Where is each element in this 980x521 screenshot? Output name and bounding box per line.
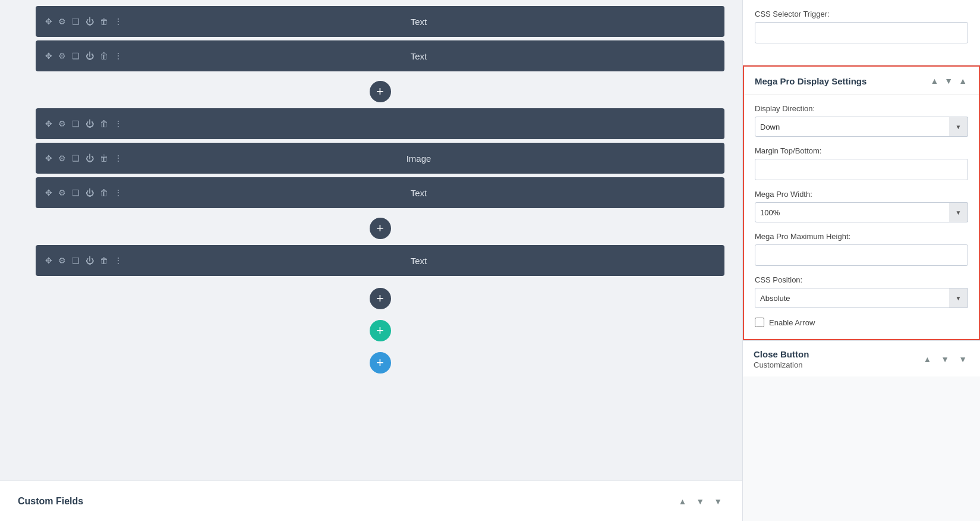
close-button-up-icon[interactable]: ▲ [921, 353, 934, 365]
duplicate-icon[interactable]: ❑ [72, 256, 80, 265]
gear-icon[interactable]: ⚙ [58, 17, 66, 26]
custom-fields-title: Custom Fields [18, 496, 676, 507]
power-icon[interactable]: ⏻ [86, 17, 94, 26]
block-image-1: ✥ ⚙ ❑ ⏻ 🗑 ⋮ [36, 108, 724, 139]
close-button-collapse-icon[interactable]: ▼ [956, 353, 969, 365]
more-icon[interactable]: ⋮ [114, 256, 122, 265]
display-direction-select[interactable]: Down Up Left Right [755, 117, 968, 137]
move-icon[interactable]: ✥ [45, 17, 52, 26]
block-image-2: ✥ ⚙ ❑ ⏻ 🗑 ⋮ Text [36, 245, 724, 276]
block-label-5: Text [122, 188, 715, 198]
enable-arrow-label: Enable Arrow [769, 318, 815, 327]
block-text-4: ✥ ⚙ ❑ ⏻ 🗑 ⋮ Text [36, 177, 724, 208]
power-icon[interactable]: ⏻ [86, 51, 94, 61]
more-icon[interactable]: ⋮ [114, 119, 122, 128]
delete-icon[interactable]: 🗑 [100, 51, 108, 61]
move-icon[interactable]: ✥ [45, 153, 52, 163]
block-label-6: Text [122, 256, 715, 266]
mega-pro-collapse-icon[interactable]: ▲ [957, 75, 968, 87]
power-icon[interactable]: ⏻ [86, 119, 94, 128]
css-selector-section: CSS Selector Trigger: [743, 0, 980, 65]
move-icon[interactable]: ✥ [45, 188, 52, 197]
css-selector-input[interactable] [755, 22, 968, 43]
custom-fields-up-icon[interactable]: ▲ [676, 495, 689, 507]
display-direction-label: Display Direction: [755, 104, 968, 113]
add-button-bottom-blue[interactable]: + [370, 352, 391, 374]
mega-pro-max-height-group: Mega Pro Maximum Height: [755, 232, 968, 266]
add-button-bottom-teal[interactable]: + [370, 320, 391, 341]
close-button-header: Close Button Customization ▲ ▼ ▼ [743, 341, 980, 376]
mega-pro-max-height-input[interactable] [755, 244, 968, 266]
css-position-group: CSS Position: Absolute Relative Fixed St… [755, 275, 968, 308]
duplicate-icon[interactable]: ❑ [72, 17, 80, 26]
close-button-down-icon[interactable]: ▼ [938, 353, 951, 365]
add-button-bottom-dark[interactable]: + [370, 288, 391, 309]
gear-icon[interactable]: ⚙ [58, 51, 66, 61]
mega-pro-title: Mega Pro Display Settings [755, 76, 929, 86]
display-direction-group: Display Direction: Down Up Left Right ▼ [755, 104, 968, 137]
block-text-2: ✥ ⚙ ❑ ⏻ 🗑 ⋮ Text [36, 40, 724, 71]
margin-top-bottom-input[interactable] [755, 159, 968, 180]
gear-icon[interactable]: ⚙ [58, 153, 66, 163]
power-icon[interactable]: ⏻ [86, 256, 94, 265]
block-text-3: ✥ ⚙ ❑ ⏻ 🗑 ⋮ Image [36, 143, 724, 174]
delete-icon[interactable]: 🗑 [100, 119, 108, 128]
gear-icon[interactable]: ⚙ [58, 119, 66, 128]
custom-fields-down-icon[interactable]: ▼ [694, 495, 707, 507]
close-button-subtitle: Customization [754, 360, 802, 369]
mega-pro-body: Display Direction: Down Up Left Right ▼ … [744, 95, 979, 339]
right-panel: CSS Selector Trigger: Mega Pro Display S… [742, 0, 980, 521]
duplicate-icon[interactable]: ❑ [72, 119, 80, 128]
margin-top-bottom-label: Margin Top/Bottom: [755, 146, 968, 155]
move-icon[interactable]: ✥ [45, 51, 52, 61]
css-position-select[interactable]: Absolute Relative Fixed Static [755, 288, 968, 308]
add-button-2[interactable]: + [370, 218, 391, 239]
margin-top-bottom-group: Margin Top/Bottom: [755, 146, 968, 180]
more-icon[interactable]: ⋮ [114, 153, 122, 163]
delete-icon[interactable]: 🗑 [100, 188, 108, 197]
power-icon[interactable]: ⏻ [86, 153, 94, 163]
block-icons-3: ✥ ⚙ ❑ ⏻ 🗑 ⋮ [45, 119, 122, 128]
custom-fields-bar: Custom Fields ▲ ▼ ▼ [0, 481, 742, 521]
block-icons-6: ✥ ⚙ ❑ ⏻ 🗑 ⋮ [45, 256, 122, 265]
block-label-4: Image [122, 153, 715, 164]
block-label-2: Text [122, 51, 715, 61]
power-icon[interactable]: ⏻ [86, 188, 94, 197]
more-icon[interactable]: ⋮ [114, 188, 122, 197]
delete-icon[interactable]: 🗑 [100, 17, 108, 26]
mega-pro-section: Mega Pro Display Settings ▲ ▼ ▲ Display … [743, 65, 980, 340]
move-icon[interactable]: ✥ [45, 256, 52, 265]
duplicate-icon[interactable]: ❑ [72, 153, 80, 163]
mega-pro-up-icon[interactable]: ▲ [929, 75, 940, 87]
mega-pro-width-group: Mega Pro Width: 100% 75% 50% 25% Auto ▼ [755, 190, 968, 222]
close-button-section: Close Button Customization ▲ ▼ ▼ [743, 340, 980, 376]
enable-arrow-checkbox[interactable] [755, 318, 764, 327]
gear-icon[interactable]: ⚙ [58, 188, 66, 197]
css-selector-label: CSS Selector Trigger: [755, 10, 968, 18]
mega-pro-width-wrapper: 100% 75% 50% 25% Auto ▼ [755, 202, 968, 222]
duplicate-icon[interactable]: ❑ [72, 51, 80, 61]
block-icons-1: ✥ ⚙ ❑ ⏻ 🗑 ⋮ [45, 17, 122, 26]
block-text-1: ✥ ⚙ ❑ ⏻ 🗑 ⋮ Text [36, 6, 724, 37]
move-icon[interactable]: ✥ [45, 119, 52, 128]
custom-fields-collapse-icon[interactable]: ▼ [711, 495, 724, 507]
more-icon[interactable]: ⋮ [114, 17, 122, 26]
display-direction-wrapper: Down Up Left Right ▼ [755, 117, 968, 137]
duplicate-icon[interactable]: ❑ [72, 188, 80, 197]
delete-icon[interactable]: 🗑 [100, 153, 108, 163]
delete-icon[interactable]: 🗑 [100, 256, 108, 265]
mega-pro-down-icon[interactable]: ▼ [943, 75, 954, 87]
css-position-wrapper: Absolute Relative Fixed Static ▼ [755, 288, 968, 308]
block-label-1: Text [122, 17, 715, 27]
mega-pro-header: Mega Pro Display Settings ▲ ▼ ▲ [744, 67, 979, 95]
gear-icon[interactable]: ⚙ [58, 256, 66, 265]
more-icon[interactable]: ⋮ [114, 51, 122, 61]
mega-pro-width-select[interactable]: 100% 75% 50% 25% Auto [755, 202, 968, 222]
add-button-1[interactable]: + [370, 81, 391, 102]
block-icons-4: ✥ ⚙ ❑ ⏻ 🗑 ⋮ [45, 153, 122, 163]
block-icons-5: ✥ ⚙ ❑ ⏻ 🗑 ⋮ [45, 188, 122, 197]
block-icons-2: ✥ ⚙ ❑ ⏻ 🗑 ⋮ [45, 51, 122, 61]
mega-pro-width-label: Mega Pro Width: [755, 190, 968, 199]
enable-arrow-row: Enable Arrow [755, 318, 968, 327]
close-button-title: Close Button Customization [754, 349, 921, 369]
